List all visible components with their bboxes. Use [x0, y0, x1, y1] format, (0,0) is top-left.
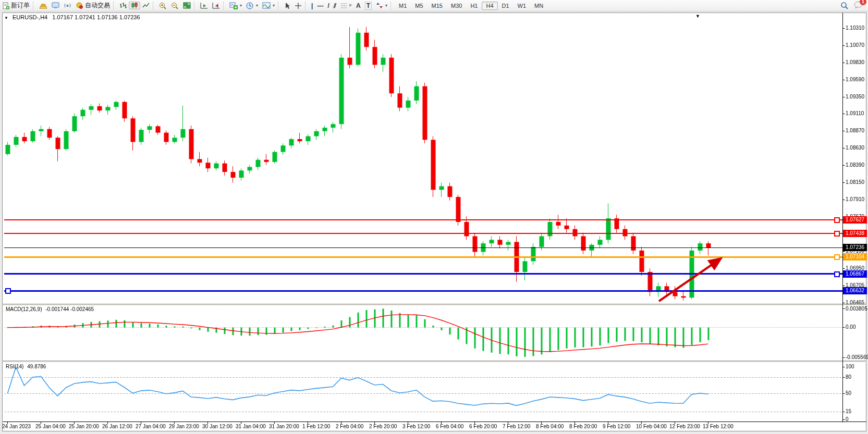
time-tick-label: 3 Feb 12:00 [402, 424, 430, 429]
time-tick-label: 26 Jan 12:00 [102, 424, 132, 429]
macd-axis-label: 0.003805 [846, 306, 867, 312]
line-handle[interactable] [834, 271, 840, 277]
price-level-badge: 1.07236 [843, 244, 867, 251]
macd-label: MACD(12,26,9) [6, 306, 42, 312]
rsi-axis-label: 15 [846, 408, 851, 414]
time-tick-label: 29 Jan 23:00 [169, 424, 199, 429]
price-tick-label: 1.09110 [846, 110, 864, 116]
main-chart-canvas[interactable] [0, 0, 868, 434]
price-tick-label: 1.09350 [846, 94, 864, 100]
time-tick-label: 7 Feb 12:00 [503, 424, 530, 429]
time-tick-label: 12 Feb 23:00 [669, 424, 700, 429]
time-tick-label: 6 Feb 04:00 [436, 424, 463, 429]
chart-title: EURUSD-,H4 [13, 14, 47, 20]
macd-axis-label: 0.00 [846, 324, 855, 330]
price-tick-label: 1.08150 [846, 179, 864, 185]
time-tick-label: 25 Jan 20:00 [69, 424, 99, 429]
time-tick-label: 25 Jan 04:00 [35, 424, 66, 429]
price-level-badge: 1.07627 [843, 216, 867, 224]
price-tick-label: 1.10310 [846, 25, 864, 31]
time-tick-label: 31 Jan 04:00 [236, 424, 266, 429]
price-tick-label: 1.07910 [846, 196, 864, 202]
time-tick-label: 8 Feb 04:00 [536, 424, 564, 429]
macd-axis-label: -0.005569 [846, 354, 868, 360]
time-tick-label: 10 Feb 04:00 [636, 424, 667, 429]
price-tick-label: 1.08870 [846, 128, 864, 133]
time-tick-label: 2 Feb 20:00 [369, 424, 397, 429]
time-tick-label: 27 Jan 04:00 [136, 424, 166, 429]
price-tick-label: 1.06950 [846, 265, 864, 271]
rsi-axis-label: 80 [846, 374, 851, 380]
time-tick-label: 8 Feb 20:00 [569, 424, 597, 429]
time-tick-label: 13 Feb 12:00 [703, 424, 733, 429]
price-level-badge: 1.07438 [843, 230, 867, 237]
chart-title-row: ▼ EURUSD-,H4 1.07167 1.07241 1.07136 1.0… [4, 14, 140, 20]
price-tick-label: 1.06465 [846, 300, 864, 305]
line-handle[interactable] [5, 288, 11, 294]
price-tick-label: 1.09590 [846, 77, 864, 82]
time-tick-label: 9 Feb 12:00 [603, 424, 630, 429]
rsi-axis-label: 50 [846, 390, 851, 396]
price-level-badge: 1.07104 [843, 253, 867, 261]
price-tick-label: 1.08390 [846, 162, 864, 168]
rsi-value: 49.8786 [27, 364, 46, 369]
rsi-axis-label: 100 [846, 364, 854, 369]
time-tick-label: 2 Feb 04:00 [336, 424, 363, 429]
horizontal-level-line-1.07438[interactable] [4, 233, 842, 234]
line-handle[interactable] [834, 217, 840, 223]
trend-arrow-annotation[interactable] [653, 253, 731, 306]
price-tick-label: 1.10070 [846, 42, 864, 48]
horizontal-level-line-1.07627[interactable] [4, 219, 842, 220]
horizontal-level-line-1.07236[interactable] [4, 247, 842, 248]
price-level-badge: 1.06632 [843, 287, 867, 294]
quick-menu-triangle-icon[interactable]: ▼ [695, 14, 700, 19]
macd-values: -0.001744 -0.002465 [45, 306, 94, 312]
rsi-label-row: RSI(14) 49.8786 [6, 364, 46, 369]
time-tick-label: 30 Jan 12:00 [202, 424, 233, 429]
time-tick-label: 31 Jan 20:00 [269, 424, 299, 429]
rsi-label: RSI(14) [6, 364, 23, 369]
price-level-badge: 1.06867 [843, 270, 867, 278]
line-handle[interactable] [834, 254, 840, 260]
window-menu-triangle-icon[interactable]: ▼ [4, 16, 8, 20]
price-tick-label: 1.09830 [846, 59, 864, 65]
mt4-terminal: { "toolbar": { "new_order_label": "新订单",… [0, 0, 868, 434]
price-tick-label: 1.08630 [846, 145, 864, 151]
chart-ohlc-values: 1.07167 1.07241 1.07136 1.07236 [52, 14, 140, 20]
rsi-axis-label: 0 [846, 416, 849, 422]
time-tick-label: 24 Jan 2023 [2, 424, 31, 429]
macd-label-row: MACD(12,26,9) -0.001744 -0.002465 [6, 306, 94, 312]
time-tick-label: 6 Feb 20:00 [469, 424, 497, 429]
line-handle[interactable] [834, 231, 840, 237]
time-tick-label: 1 Feb 12:00 [302, 424, 330, 429]
